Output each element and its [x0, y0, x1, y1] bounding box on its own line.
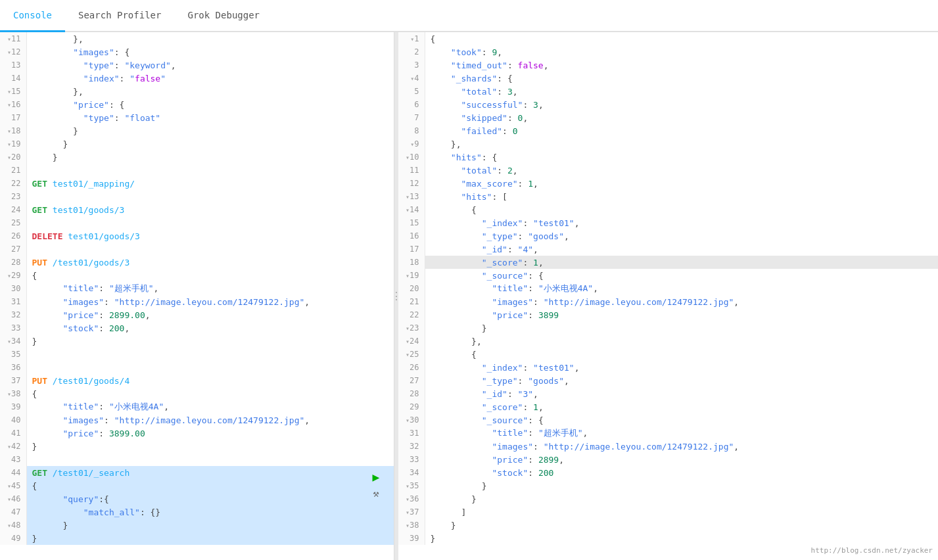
line-number: ▾38	[398, 519, 425, 532]
tab-bar: Console Search Profiler Grok Debugger	[0, 0, 938, 32]
left-panel: ▾11 },▾12 "images": {13 "type": "keyword…	[0, 32, 394, 560]
line-number: ▾25	[398, 348, 425, 361]
line-code: GET test01/goods/3	[26, 203, 394, 216]
run-button[interactable]: ▶	[369, 469, 383, 484]
tools-button[interactable]: ⚒	[369, 486, 383, 501]
line-number: ▾23	[398, 321, 425, 335]
line-number: 32	[398, 440, 425, 453]
line-number: 24	[0, 203, 26, 216]
line-code: "stock": 200,	[26, 321, 394, 335]
line-code: }	[26, 137, 394, 151]
line-number: 14	[0, 72, 26, 85]
line-number: 7	[398, 111, 425, 124]
line-code	[26, 361, 394, 374]
line-code: },	[425, 335, 938, 348]
line-code: "_score": 1,	[425, 400, 938, 413]
line-code: "_type": "goods",	[425, 229, 938, 243]
line-number: 35	[0, 348, 26, 361]
line-number: 33	[0, 321, 26, 335]
line-number: 12	[398, 177, 425, 190]
line-number: 49	[0, 532, 26, 545]
line-code: GET /test01/_search	[26, 466, 394, 479]
line-code: "hits": {	[425, 151, 938, 164]
line-number: ▾19	[398, 269, 425, 282]
main-content: ▾11 },▾12 "images": {13 "type": "keyword…	[0, 32, 938, 560]
line-number: 11	[398, 164, 425, 177]
line-number: 33	[398, 453, 425, 466]
line-number: ▾42	[0, 440, 26, 453]
line-code: }	[26, 124, 394, 137]
line-code: {	[425, 348, 938, 361]
line-number: 2	[398, 45, 425, 58]
tab-search-profiler[interactable]: Search Profiler	[65, 0, 174, 32]
line-number: 47	[0, 505, 26, 519]
line-code: "price": 2899,	[425, 453, 938, 466]
line-code: },	[26, 32, 394, 45]
line-code: "failed": 0	[425, 124, 938, 137]
line-code: PUT /test01/goods/4	[26, 374, 394, 387]
line-number: ▾19	[0, 137, 26, 151]
line-number: ▾16	[0, 98, 26, 111]
line-number: ▾11	[0, 32, 26, 45]
line-code: },	[425, 137, 938, 151]
line-code: "type": "float"	[26, 111, 394, 124]
line-code: "_type": "goods",	[425, 374, 938, 387]
line-number: ▾48	[0, 519, 26, 532]
line-code: "query":{	[26, 492, 394, 505]
line-number: ▾45	[0, 479, 26, 492]
line-code: "index": "false"	[26, 72, 394, 85]
line-number: 39	[398, 532, 425, 545]
line-number: 26	[398, 361, 425, 374]
line-code: }	[425, 532, 938, 545]
tab-search-profiler-label: Search Profiler	[78, 10, 161, 20]
line-number: 32	[0, 308, 26, 321]
line-code: "took": 9,	[425, 45, 938, 58]
line-code	[26, 453, 394, 466]
line-code: "price": 2899.00,	[26, 308, 394, 321]
line-code: DELETE test01/goods/3	[26, 229, 394, 243]
line-code: }	[26, 440, 394, 453]
line-code: "_index": "test01",	[425, 216, 938, 229]
line-number: ▾20	[0, 151, 26, 164]
line-number: 28	[398, 387, 425, 400]
line-number: 8	[398, 124, 425, 137]
line-number: 31	[0, 295, 26, 308]
line-number: 40	[0, 413, 26, 427]
tab-grok-debugger[interactable]: Grok Debugger	[174, 0, 273, 32]
line-code: "_id": "3",	[425, 387, 938, 400]
line-code: }	[26, 335, 394, 348]
line-number: 37	[0, 374, 26, 387]
line-number: 23	[0, 190, 26, 203]
line-code: }	[425, 321, 938, 335]
line-number: 31	[398, 427, 425, 440]
line-number: 3	[398, 58, 425, 72]
line-code: "price": 3899	[425, 308, 938, 321]
line-number: ▾38	[0, 387, 26, 400]
line-number: ▾46	[0, 492, 26, 505]
action-icons: ▶ ⚒	[369, 469, 383, 501]
tab-console[interactable]: Console	[0, 0, 65, 32]
line-number: ▾13	[398, 190, 425, 203]
line-number: 13	[0, 58, 26, 72]
line-code: {	[26, 269, 394, 282]
line-number: 29	[398, 400, 425, 413]
line-number: 21	[398, 295, 425, 308]
line-number: 43	[0, 453, 26, 466]
line-code: "images": "http://image.leyou.com/124791…	[26, 295, 394, 308]
right-code-area[interactable]: ▾1{2 "took": 9,3 "timed_out": false,▾4 "…	[398, 32, 938, 560]
line-code: {	[425, 203, 938, 216]
line-code: ]	[425, 505, 938, 519]
line-number: ▾12	[0, 45, 26, 58]
tab-grok-debugger-label: Grok Debugger	[187, 10, 260, 20]
line-code: "title": "小米电视4A",	[425, 282, 938, 295]
line-number: 25	[0, 216, 26, 229]
line-number: ▾15	[0, 85, 26, 98]
tab-console-label: Console	[13, 10, 52, 20]
line-number: 22	[398, 308, 425, 321]
line-code: {	[425, 32, 938, 45]
line-code: "type": "keyword",	[26, 58, 394, 72]
line-code: "_score": 1,	[425, 256, 938, 269]
left-code-area[interactable]: ▾11 },▾12 "images": {13 "type": "keyword…	[0, 32, 394, 560]
line-code: "max_score": 1,	[425, 177, 938, 190]
line-number: ▾24	[398, 335, 425, 348]
